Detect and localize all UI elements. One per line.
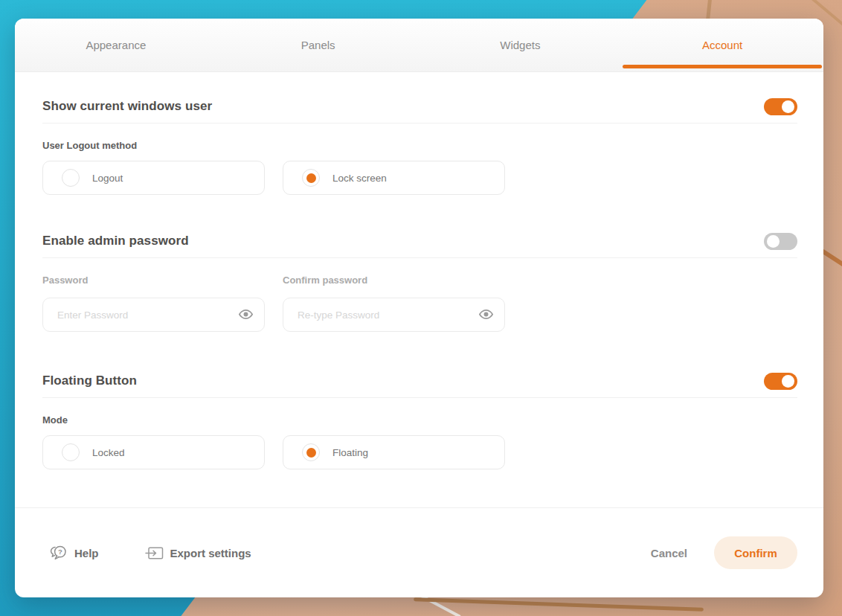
help-button[interactable]: ? Help: [48, 544, 99, 562]
show-password-icon[interactable]: [238, 307, 254, 322]
cancel-button[interactable]: Cancel: [651, 547, 687, 559]
help-chat-icon: ?: [48, 544, 68, 562]
option-locked[interactable]: Locked: [42, 435, 265, 469]
toggle-knob: [767, 235, 780, 248]
export-settings-label: Export settings: [170, 547, 251, 559]
password-labels-row: Password Confirm password: [42, 275, 797, 286]
confirm-password-label: Confirm password: [283, 275, 505, 286]
section-show-user: Show current windows user: [42, 90, 797, 123]
tab-panel-account: Show current windows user User Logout me…: [15, 72, 823, 507]
toggle-knob: [782, 100, 794, 113]
section-title-floating-button: Floating Button: [42, 373, 137, 388]
show-password-icon[interactable]: [478, 307, 494, 322]
logout-method-label: User Logout method: [42, 140, 797, 151]
dialog-footer: ? Help Export settings Cancel Confirm: [15, 507, 823, 597]
toggle-knob: [782, 375, 794, 388]
section-admin-password: Enable admin password: [42, 225, 797, 258]
tab-widgets[interactable]: Widgets: [420, 19, 622, 71]
confirm-password-input[interactable]: [283, 298, 505, 332]
option-label: Locked: [92, 447, 125, 458]
radio-unselected-icon: [62, 443, 80, 461]
password-label: Password: [42, 275, 265, 286]
admin-password-toggle[interactable]: [764, 233, 797, 250]
logout-method-options: Logout Lock screen: [42, 161, 797, 195]
radio-selected-icon: [302, 443, 320, 461]
password-inputs-row: [42, 298, 797, 332]
mode-options: Locked Floating: [42, 435, 797, 469]
option-label: Logout: [92, 173, 123, 184]
desktop: Appearance Panels Widgets Account Show c…: [0, 0, 842, 616]
section-title-show-user: Show current windows user: [42, 99, 212, 114]
option-label: Lock screen: [332, 173, 387, 184]
option-lock-screen[interactable]: Lock screen: [283, 161, 505, 195]
confirm-button[interactable]: Confirm: [714, 536, 797, 569]
radio-selected-icon: [302, 169, 320, 187]
export-icon: [145, 546, 164, 560]
password-field-wrap: [42, 298, 265, 332]
tab-account[interactable]: Account: [621, 19, 823, 71]
option-floating[interactable]: Floating: [283, 435, 505, 469]
section-title-admin-password: Enable admin password: [42, 234, 189, 248]
option-label: Floating: [332, 447, 368, 458]
tab-panels[interactable]: Panels: [217, 19, 420, 71]
floating-button-toggle[interactable]: [764, 373, 797, 390]
confirm-password-field-wrap: [283, 298, 505, 332]
mode-label: Mode: [42, 414, 797, 426]
option-logout[interactable]: Logout: [42, 161, 265, 195]
tab-appearance[interactable]: Appearance: [15, 19, 217, 71]
svg-text:?: ?: [58, 548, 62, 556]
password-input[interactable]: [42, 298, 265, 332]
help-label: Help: [74, 547, 99, 559]
tab-bar: Appearance Panels Widgets Account: [15, 19, 823, 72]
section-floating-button: Floating Button: [42, 365, 797, 398]
export-settings-button[interactable]: Export settings: [145, 546, 251, 560]
settings-dialog: Appearance Panels Widgets Account Show c…: [15, 19, 823, 597]
radio-unselected-icon: [62, 169, 80, 187]
wallpaper-line: [414, 597, 704, 612]
show-user-toggle[interactable]: [764, 98, 797, 115]
